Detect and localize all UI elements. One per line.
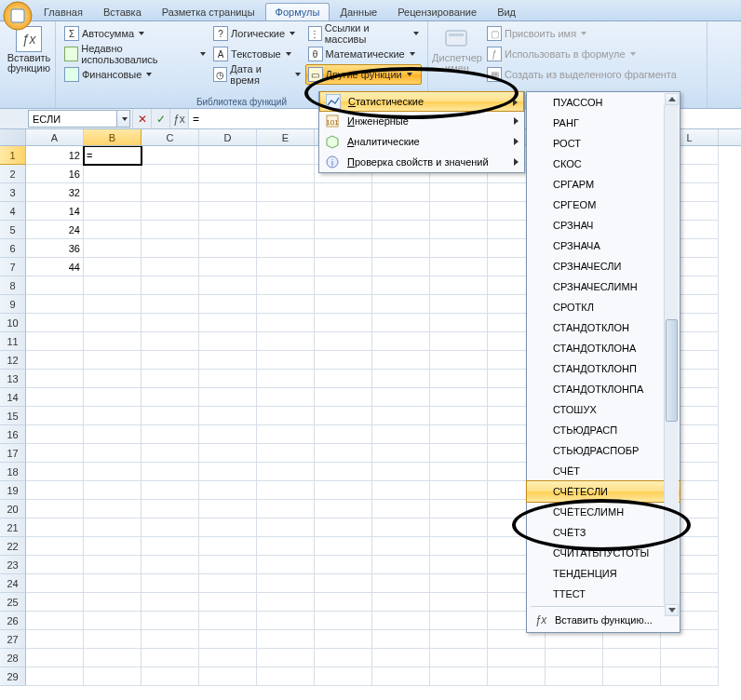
cell-H5[interactable]: [430, 221, 488, 239]
cell-D8[interactable]: [199, 276, 257, 295]
cell-D16[interactable]: [199, 425, 257, 444]
row-header[interactable]: 18: [0, 463, 26, 481]
cell-A3[interactable]: 32: [26, 183, 84, 202]
cell-H19[interactable]: [430, 481, 488, 500]
cell-H3[interactable]: [430, 183, 488, 202]
row-header[interactable]: 21: [0, 518, 26, 537]
cell-C7[interactable]: [141, 258, 199, 276]
cell-E5[interactable]: [257, 221, 315, 239]
cell-E25[interactable]: [257, 593, 315, 612]
cell-J28[interactable]: [546, 649, 603, 667]
row-header[interactable]: 8: [0, 276, 26, 295]
menu-item-fn-СРГЕОМ[interactable]: СРГЕОМ: [527, 195, 680, 215]
cell-F27[interactable]: [315, 630, 372, 649]
menu-item-engineering[interactable]: 101 Инженерные: [319, 111, 524, 131]
cell-H26[interactable]: [430, 612, 488, 630]
cell-A27[interactable]: [26, 630, 84, 649]
cell-E27[interactable]: [257, 630, 315, 649]
cell-D18[interactable]: [199, 463, 257, 481]
cell-I27[interactable]: [488, 630, 546, 649]
cell-F10[interactable]: [315, 314, 372, 332]
tab-data[interactable]: Данные: [330, 3, 387, 20]
cell-B6[interactable]: [84, 239, 141, 258]
tab-page-layout[interactable]: Разметка страницы: [152, 3, 265, 20]
cell-H9[interactable]: [430, 295, 488, 314]
cell-C9[interactable]: [141, 295, 199, 314]
cell-B4[interactable]: [84, 202, 141, 221]
cell-A13[interactable]: [26, 370, 84, 388]
cell-D4[interactable]: [199, 202, 257, 221]
cell-G9[interactable]: [372, 295, 430, 314]
cell-G22[interactable]: [372, 537, 430, 556]
cell-C18[interactable]: [141, 463, 199, 481]
row-header[interactable]: 23: [0, 556, 26, 574]
cell-A10[interactable]: [26, 314, 84, 332]
cell-D29[interactable]: [199, 667, 257, 686]
cell-G4[interactable]: [372, 202, 430, 221]
financial-button[interactable]: Финансовые: [61, 64, 209, 85]
cell-A15[interactable]: [26, 407, 84, 425]
row-header[interactable]: 10: [0, 314, 26, 332]
cell-D25[interactable]: [199, 593, 257, 612]
cell-H10[interactable]: [430, 314, 488, 332]
menu-item-fn-СРОТКЛ[interactable]: СРОТКЛ: [527, 297, 680, 317]
cell-H8[interactable]: [430, 276, 488, 295]
cell-B27[interactable]: [84, 630, 141, 649]
cell-A25[interactable]: [26, 593, 84, 612]
cell-E19[interactable]: [257, 481, 315, 500]
menu-item-insert-function[interactable]: ƒx Вставить функцию...: [527, 609, 680, 631]
cell-F8[interactable]: [315, 276, 372, 295]
menu-item-fn-СРЗНАЧ[interactable]: СРЗНАЧ: [527, 215, 680, 236]
cell-J27[interactable]: [546, 630, 603, 649]
cell-B24[interactable]: [84, 574, 141, 593]
cell-F13[interactable]: [315, 370, 372, 388]
cell-I28[interactable]: [488, 649, 546, 667]
column-header-B[interactable]: B: [84, 129, 141, 145]
text-button[interactable]: AТекстовые: [210, 44, 303, 64]
cell-B8[interactable]: [84, 276, 141, 295]
menu-item-fn-СТАНДОТКЛОНПА[interactable]: СТАНДОТКЛОНПА: [527, 379, 680, 399]
cell-C27[interactable]: [141, 630, 199, 649]
cell-H18[interactable]: [430, 463, 488, 481]
menu-item-fn-СЧЁТЕСЛИМН[interactable]: СЧЁТЕСЛИМН: [527, 502, 680, 522]
cell-C20[interactable]: [141, 500, 199, 518]
other-functions-button[interactable]: ▭Другие функции: [305, 64, 422, 85]
cell-E16[interactable]: [257, 425, 315, 444]
cell-L28[interactable]: [661, 649, 719, 667]
cell-C16[interactable]: [141, 425, 199, 444]
logic-button[interactable]: ?Логические: [210, 23, 303, 44]
cell-D24[interactable]: [199, 574, 257, 593]
name-box-dropdown[interactable]: [117, 110, 130, 128]
cell-D23[interactable]: [199, 556, 257, 574]
cell-F25[interactable]: [315, 593, 372, 612]
menu-item-statistical[interactable]: Статистические: [319, 91, 524, 112]
cell-B17[interactable]: [84, 444, 141, 463]
cell-A16[interactable]: [26, 425, 84, 444]
row-header[interactable]: 26: [0, 612, 26, 630]
cell-F6[interactable]: [315, 239, 372, 258]
column-header-D[interactable]: D: [199, 129, 257, 145]
cell-E29[interactable]: [257, 667, 315, 686]
cell-E13[interactable]: [257, 370, 315, 388]
cell-D9[interactable]: [199, 295, 257, 314]
cell-E21[interactable]: [257, 518, 315, 537]
cell-J29[interactable]: [546, 667, 603, 686]
cell-D19[interactable]: [199, 481, 257, 500]
cell-C8[interactable]: [141, 276, 199, 295]
cell-F4[interactable]: [315, 202, 372, 221]
cell-G14[interactable]: [372, 388, 430, 407]
cell-B15[interactable]: [84, 407, 141, 425]
cell-E15[interactable]: [257, 407, 315, 425]
cell-A1[interactable]: 12: [26, 146, 84, 165]
cell-F14[interactable]: [315, 388, 372, 407]
cell-B29[interactable]: [84, 667, 141, 686]
menu-item-fn-СТАНДОТКЛОНП[interactable]: СТАНДОТКЛОНП: [527, 358, 680, 379]
cell-I29[interactable]: [488, 667, 546, 686]
recent-button[interactable]: Недавно использовались: [61, 44, 209, 64]
cell-F20[interactable]: [315, 500, 372, 518]
office-button[interactable]: [2, 0, 34, 32]
cell-B10[interactable]: [84, 314, 141, 332]
column-header-C[interactable]: C: [141, 129, 199, 145]
cell-D10[interactable]: [199, 314, 257, 332]
name-manager-button[interactable]: Диспетчер имен: [434, 23, 480, 85]
